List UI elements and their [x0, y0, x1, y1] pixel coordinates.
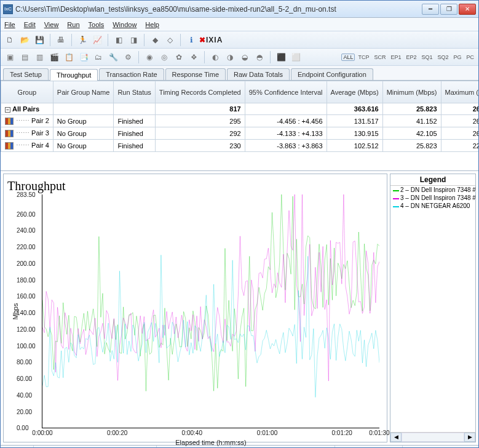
col-timing[interactable]: Timing Records Completed [155, 81, 245, 103]
t2-icon-4[interactable]: 🎬 [47, 50, 61, 64]
t2-icon-1[interactable]: ▣ [3, 50, 17, 64]
menu-view[interactable]: View [44, 21, 59, 28]
col-max[interactable]: Maximum (Mbps) [441, 81, 479, 103]
new-icon[interactable]: 🗋 [3, 33, 17, 47]
t2-icon-3[interactable]: ▥ [33, 50, 46, 64]
legend-swatch [393, 198, 399, 199]
results-grid: Group Pair Group Name Run Status Timing … [1, 81, 478, 171]
t2-icon-11[interactable]: ◎ [157, 50, 171, 64]
status-pairs: Pairs: 3 [1, 446, 34, 448]
legend-swatch [393, 206, 399, 207]
tab-response-time[interactable]: Response Time [165, 68, 226, 80]
tool-icon-d[interactable]: ◇ [163, 33, 176, 47]
filter-tcp[interactable]: TCP [356, 54, 371, 61]
col-min[interactable]: Minimum (Mbps) [382, 81, 441, 103]
save-icon[interactable]: 💾 [33, 33, 46, 47]
toolbar-2: ▣ ▤ ▥ 🎬 📋 📑 🗂 🔧 ⚙ ◉ ◎ ✿ ❖ ◐ ◑ ◒ ◓ ⬛ ⬜ AL… [1, 49, 478, 66]
col-group[interactable]: Group [1, 81, 53, 103]
t2-icon-10[interactable]: ◉ [143, 50, 156, 64]
scroll-right-icon[interactable]: ▶ [464, 433, 475, 442]
app-icon: IxC [3, 4, 13, 14]
maximize-button[interactable]: ❐ [440, 4, 457, 15]
filter-all[interactable]: ALL [341, 54, 355, 61]
menu-edit[interactable]: Edit [24, 21, 36, 28]
legend-pane: Legend 2 – DN Dell Inspiron 7348 #1 3 – … [390, 174, 476, 442]
t2-icon-2[interactable]: ▤ [18, 50, 31, 64]
toolbar-1: 🗋 📂 💾 🖶 🏃 📈 ◧ ◨ ◆ ◇ ℹ ✖IXIA [1, 31, 478, 49]
menu-run[interactable]: Run [67, 21, 79, 28]
chart-title: Throughput [7, 179, 383, 193]
info-icon[interactable]: ℹ [184, 33, 198, 47]
filter-sq2[interactable]: SQ2 [435, 54, 450, 61]
pair-icon [5, 118, 14, 125]
legend-title: Legend [390, 174, 475, 186]
minimize-button[interactable]: ━ [422, 4, 439, 15]
x-axis-label: Elapsed time (h:mm:ss) [42, 439, 379, 446]
tool-icon-c[interactable]: ◆ [148, 33, 162, 47]
chart-pane: Throughput Mbps Elapsed time (h:mm:ss) 0… [3, 174, 387, 442]
collapse-icon[interactable]: − [5, 107, 10, 113]
filter-ep2[interactable]: EP2 [404, 54, 418, 61]
t2-icon-6[interactable]: 📑 [77, 50, 90, 64]
t2-icon-7[interactable]: 🗂 [92, 50, 105, 64]
filter-sq1[interactable]: SQ1 [419, 54, 434, 61]
scroll-left-icon[interactable]: ◀ [390, 433, 402, 442]
tab-transaction-rate[interactable]: Transaction Rate [99, 68, 164, 80]
t2-icon-12[interactable]: ✿ [172, 50, 186, 64]
table-row[interactable]: ⋯⋯ Pair 3 No GroupFinished 292-4.133 : +… [1, 127, 480, 140]
t2-icon-14[interactable]: ◐ [208, 50, 222, 64]
table-row[interactable]: ⋯⋯ Pair 2 No GroupFinished 295-4.456 : +… [1, 115, 480, 127]
run-icon[interactable]: 🏃 [76, 33, 89, 47]
tool-icon-b[interactable]: ◨ [127, 33, 140, 47]
tabs: Test Setup Throughput Transaction Rate R… [1, 66, 478, 81]
chart-plot[interactable]: Mbps Elapsed time (h:mm:ss) 0.0020.0040.… [42, 194, 379, 428]
filter-pg[interactable]: PG [451, 54, 463, 61]
tool-icon-a[interactable]: ◧ [112, 33, 125, 47]
col-ci[interactable]: 95% Confidence Interval [245, 81, 327, 103]
table-row[interactable]: ⋯⋯ Pair 4 No GroupFinished 230-3.863 : +… [1, 140, 480, 152]
t2-icon-9[interactable]: ⚙ [121, 50, 135, 64]
ixia-logo: ✖IXIA [199, 36, 223, 44]
col-runstatus[interactable]: Run Status [114, 81, 155, 103]
pair-icon [5, 142, 14, 150]
t2-icon-17[interactable]: ◓ [253, 50, 266, 64]
graph-icon[interactable]: 📈 [90, 33, 104, 47]
legend-item[interactable]: 3 – DN Dell Inspiron 7348 #2 [390, 194, 475, 202]
window-title: C:\Users\Tim\Desktop\wlan_tests\linksys_… [15, 5, 422, 14]
scroll-track[interactable] [402, 433, 464, 442]
filter-scr[interactable]: SCR [372, 54, 387, 61]
tab-raw-data-totals[interactable]: Raw Data Totals [227, 68, 290, 80]
legend-swatch [393, 190, 399, 191]
t2-icon-18[interactable]: ⬛ [274, 50, 288, 64]
open-icon[interactable]: 📂 [18, 33, 31, 47]
t2-icon-5[interactable]: 📋 [62, 50, 76, 64]
pair-icon [5, 130, 14, 137]
t2-icon-16[interactable]: ◒ [238, 50, 251, 64]
t2-icon-19[interactable]: ⬜ [289, 50, 303, 64]
col-avg[interactable]: Average (Mbps) [327, 81, 382, 103]
menubar: File Edit View Run Tools Window Help [1, 18, 478, 31]
menu-window[interactable]: Window [113, 21, 137, 28]
menu-help[interactable]: Help [145, 21, 159, 28]
tab-test-setup[interactable]: Test Setup [3, 68, 49, 80]
legend-item[interactable]: 4 – DN NETGEAR A6200 [390, 202, 475, 210]
summary-row[interactable]: −All Pairs 817 363.616 25.823 264.901 [1, 103, 480, 115]
legend-item[interactable]: 2 – DN Dell Inspiron 7348 #1 [390, 186, 475, 194]
tab-endpoint-configuration[interactable]: Endpoint Configuration [291, 68, 373, 80]
menu-tools[interactable]: Tools [89, 21, 105, 28]
col-pairgroup[interactable]: Pair Group Name [53, 81, 114, 103]
close-button[interactable]: ✕ [459, 4, 476, 15]
t2-icon-13[interactable]: ❖ [187, 50, 200, 64]
filter-ep1[interactable]: EP1 [389, 54, 403, 61]
menu-file[interactable]: File [4, 21, 15, 28]
t2-icon-15[interactable]: ◑ [223, 50, 237, 64]
filter-pc[interactable]: PC [464, 54, 476, 61]
print-icon[interactable]: 🖶 [54, 33, 68, 47]
t2-icon-8[interactable]: 🔧 [106, 50, 120, 64]
tab-throughput[interactable]: Throughput [50, 69, 98, 81]
